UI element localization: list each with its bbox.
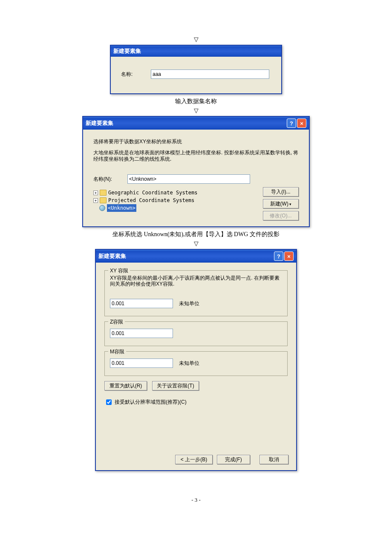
dialog-coord-system: 新建要素集 ? × 选择将要用于该数据XY坐标的坐标系统 大地坐标系统是在地球表… — [82, 116, 310, 227]
new-button[interactable]: 新建(W) — [263, 199, 299, 208]
xy-desc: XY容限是坐标间的最小距离,小于该距离的两点被认为是同一点. 在判断要素间关系的… — [110, 275, 282, 287]
close-icon[interactable]: × — [297, 119, 306, 128]
folder-icon — [100, 190, 107, 196]
tree-item-unknown[interactable]: <Unknown> — [93, 204, 254, 212]
name-input[interactable] — [151, 69, 269, 79]
dialog-tolerance: 新建要素集 ? × XY 容限 XY容限是坐标间的最小距离,小于该距离的两点被认… — [95, 249, 297, 471]
accept-default-resolution-checkbox[interactable] — [106, 399, 112, 405]
m-tolerance-input[interactable] — [110, 358, 173, 368]
expand-icon[interactable]: + — [93, 191, 98, 195]
globe-icon — [99, 205, 105, 211]
finish-button[interactable]: 完成(F) — [217, 455, 250, 464]
tree-label-selected: <Unknown> — [107, 204, 136, 212]
name-label: 名称(N): — [93, 176, 127, 183]
caption-enter-name: 输入数据集名称 — [0, 98, 392, 105]
m-tolerance-group: M容限 未知单位 — [104, 351, 288, 376]
xy-legend: XY 容限 — [108, 267, 130, 275]
z-legend: Z容限 — [108, 318, 125, 326]
coord-tree[interactable]: + Geographic Coordinate Systems + Projec… — [93, 189, 254, 220]
xy-tolerance-group: XY 容限 XY容限是坐标间的最小距离,小于该距离的两点被认为是同一点. 在判断… — [104, 270, 288, 316]
titlebar: 新建要素集 — [111, 46, 281, 57]
intro-text-1: 选择将要用于该数据XY坐标的坐标系统 — [93, 138, 299, 145]
arrow-down-1: ▽ — [0, 36, 392, 43]
help-icon[interactable]: ? — [287, 119, 296, 128]
about-tolerance-button[interactable]: 关于设置容限(T) — [152, 381, 199, 390]
modify-button: 修改(O)... — [263, 211, 299, 220]
close-icon[interactable]: × — [284, 251, 294, 261]
tree-label: Geographic Coordinate Systems — [108, 189, 198, 197]
arrow-down-3: ▽ — [0, 240, 392, 247]
xy-tolerance-input[interactable] — [110, 299, 173, 308]
arrow-down-2: ▽ — [0, 107, 392, 114]
back-button[interactable]: < 上一步(B) — [175, 455, 213, 464]
dialog-title: 新建要素集 — [113, 47, 141, 55]
import-button[interactable]: 导入(I)... — [263, 187, 299, 197]
tree-item-geographic[interactable]: + Geographic Coordinate Systems — [93, 189, 254, 197]
caption-coord-system: 坐标系统选 Unknown(未知),或者用【导入】选 DWG 文件的投影 — [0, 231, 392, 238]
tree-label: Projected Coordinate Systems — [108, 197, 194, 204]
z-tolerance-group: Z容限 — [104, 321, 288, 346]
m-legend: M容限 — [108, 348, 126, 356]
folder-icon — [100, 197, 107, 203]
m-unit-label: 未知单位 — [179, 360, 199, 367]
dialog-title: 新建要素集 — [98, 252, 126, 260]
intro-text-2: 大地坐标系统是在地球表面的球体模型上使用经纬度坐标. 投影坐标系统采用某数学转换… — [93, 150, 299, 162]
coord-name-input[interactable] — [127, 174, 250, 184]
cancel-button[interactable]: 取消 — [259, 455, 288, 464]
dialog-new-featureset-name: 新建要素集 名称: — [110, 45, 282, 94]
checkbox-label: 接受默认分辨率域范围(推荐)(C) — [115, 399, 187, 406]
reset-default-button[interactable]: 重置为默认(R) — [104, 381, 147, 390]
z-tolerance-input[interactable] — [110, 329, 173, 338]
expand-icon[interactable]: + — [93, 198, 98, 203]
tree-item-projected[interactable]: + Projected Coordinate Systems — [93, 197, 254, 204]
name-label: 名称: — [121, 71, 151, 78]
dialog-title: 新建要素集 — [86, 119, 113, 127]
titlebar: 新建要素集 ? × — [96, 250, 296, 263]
help-icon[interactable]: ? — [274, 251, 283, 261]
titlebar: 新建要素集 ? × — [83, 117, 309, 130]
page-number: - 3 - — [0, 497, 392, 503]
xy-unit-label: 未知单位 — [179, 300, 199, 307]
